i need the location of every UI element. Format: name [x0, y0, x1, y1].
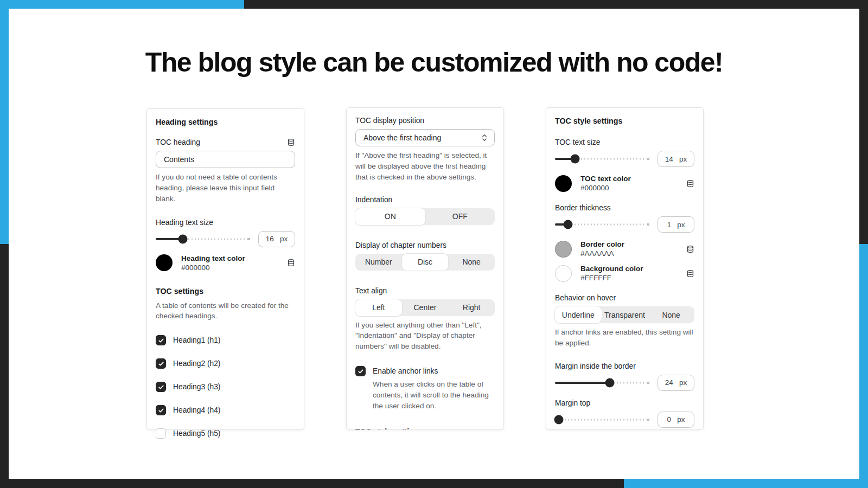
margin-inside-value[interactable]: 24 px [658, 375, 694, 391]
slider-thumb[interactable] [178, 234, 188, 243]
border-thickness-value[interactable]: 1 px [658, 216, 694, 233]
check-icon [158, 361, 164, 367]
heading-text-color-swatch[interactable] [156, 254, 173, 271]
section-title-toc-style-settings: TOC style settings [555, 117, 694, 125]
checkbox[interactable] [156, 405, 166, 415]
segment-off[interactable]: OFF [425, 208, 495, 225]
checkbox[interactable] [156, 335, 166, 345]
section-title-toc-settings: TOC settings [156, 287, 295, 296]
hover-help: If anchor links are enabled, this settin… [555, 327, 694, 349]
heading-settings-card: Heading settings TOC heading If you do n… [146, 108, 304, 430]
segment-number[interactable]: Number [355, 254, 402, 271]
checkbox-label: Enable anchor links [373, 367, 438, 375]
heading-text-size-slider[interactable] [156, 231, 250, 247]
heading-text-size-value[interactable]: 16 px [258, 231, 295, 247]
slider-thumb[interactable] [564, 220, 573, 229]
slider-fill [555, 382, 610, 384]
check-icon [158, 407, 164, 414]
toc-display-position-label: TOC display position [355, 117, 495, 125]
segment-left[interactable]: Left [355, 299, 402, 316]
size-unit: px [280, 235, 288, 243]
anchor-links-checkbox-row[interactable]: Enable anchor links [355, 366, 495, 376]
slider-thumb[interactable] [554, 415, 563, 424]
frame-band-top-dark [244, 0, 868, 9]
select-value: Above the first heading [363, 133, 441, 142]
margin-inside-label: Margin inside the border [555, 362, 694, 370]
border-thickness-label: Border thickness [555, 204, 694, 212]
size-value: 1 [667, 221, 672, 229]
toc-display-position-help: If "Above the first heading" is selected… [355, 150, 495, 183]
behavior-on-hover-label: Behavior on hover [555, 294, 694, 302]
anchor-links-help: When a user clicks on the table of conte… [355, 379, 495, 412]
background-color-hex: #FFFFFF [580, 274, 678, 282]
margin-top-value[interactable]: 0 px [658, 412, 694, 428]
database-icon[interactable] [287, 259, 295, 267]
segment-center[interactable]: Center [402, 299, 449, 316]
frame-band-bottom-dark [0, 479, 624, 488]
indentation-label: Indentation [355, 196, 495, 204]
heading1-checkbox-row[interactable]: Heading1 (h1) [156, 335, 295, 345]
heading5-checkbox-row[interactable]: Heading5 (h5) [156, 428, 295, 439]
frame-band-top-blue [0, 0, 244, 9]
checkbox[interactable] [355, 366, 366, 376]
checkbox[interactable] [156, 382, 166, 392]
margin-inside-slider[interactable] [555, 375, 649, 391]
segment-none[interactable]: None [448, 254, 495, 271]
heading4-checkbox-row[interactable]: Heading4 (h4) [156, 405, 295, 415]
text-align-help: If you select anything other than "Left"… [355, 320, 495, 352]
segment-on[interactable]: ON [355, 208, 425, 225]
slider-track [555, 419, 646, 420]
checkbox[interactable] [156, 358, 166, 369]
check-icon [158, 337, 164, 344]
segment-underline[interactable]: Underline [555, 306, 602, 323]
segment-transparent[interactable]: Transparent [602, 306, 648, 323]
toc-text-size-slider[interactable] [555, 151, 649, 167]
background-color-swatch[interactable] [555, 265, 572, 282]
database-icon[interactable] [686, 245, 694, 253]
heading-text-color-label: Heading text color [181, 254, 278, 262]
checkbox-label: Heading3 (h3) [173, 383, 220, 391]
margin-top-label: Margin top [555, 399, 694, 407]
indentation-toggle: ON OFF [355, 208, 495, 225]
database-icon[interactable] [287, 138, 295, 146]
size-value: 0 [667, 415, 672, 423]
chevron-up-down-icon [481, 134, 488, 142]
segment-disc[interactable]: Disc [402, 254, 449, 271]
heading2-checkbox-row[interactable]: Heading2 (h2) [156, 358, 295, 369]
chapter-numbers-label: Display of chapter numbers [355, 241, 495, 249]
size-unit: px [679, 378, 687, 387]
toc-text-color-swatch[interactable] [555, 175, 572, 192]
slider-thumb[interactable] [605, 378, 614, 387]
toc-style-card: TOC style settings TOC text size 14 px T… [546, 107, 704, 430]
border-color-label: Border color [580, 240, 678, 248]
text-align-label: Text align [355, 287, 495, 295]
toc-text-color-hex: #000000 [580, 184, 678, 192]
slider-thumb[interactable] [570, 155, 579, 164]
hover-toggle: Underline Transparent None [555, 306, 694, 323]
section-title-heading-settings: Heading settings [156, 118, 295, 126]
segment-none[interactable]: None [648, 306, 694, 323]
heading3-checkbox-row[interactable]: Heading3 (h3) [156, 382, 295, 392]
database-icon[interactable] [686, 179, 694, 188]
toc-text-size-value[interactable]: 14 px [658, 151, 694, 167]
segment-right[interactable]: Right [448, 299, 495, 316]
margin-top-slider[interactable] [555, 412, 649, 428]
size-unit: px [677, 415, 685, 423]
border-color-swatch[interactable] [555, 241, 572, 258]
toc-heading-input[interactable] [156, 151, 295, 168]
database-icon[interactable] [686, 269, 694, 278]
text-align-toggle: Left Center Right [355, 299, 495, 316]
checkbox[interactable] [156, 428, 166, 439]
toc-heading-help: If you do not need a table of contents h… [156, 172, 295, 204]
check-icon [158, 384, 164, 390]
page-title: The blog style can be customized with no… [0, 47, 868, 78]
border-color-hex: #AAAAAA [580, 249, 678, 258]
checkbox-label: Heading1 (h1) [173, 336, 220, 344]
toc-heading-label: TOC heading [156, 138, 200, 146]
heading-text-size-label: Heading text size [156, 219, 295, 227]
toc-display-position-select[interactable]: Above the first heading [355, 129, 495, 146]
toc-text-color-label: TOC text color [580, 175, 678, 183]
size-value: 16 [266, 235, 274, 243]
frame-band-bottom-blue [624, 479, 868, 488]
border-thickness-slider[interactable] [555, 216, 649, 233]
